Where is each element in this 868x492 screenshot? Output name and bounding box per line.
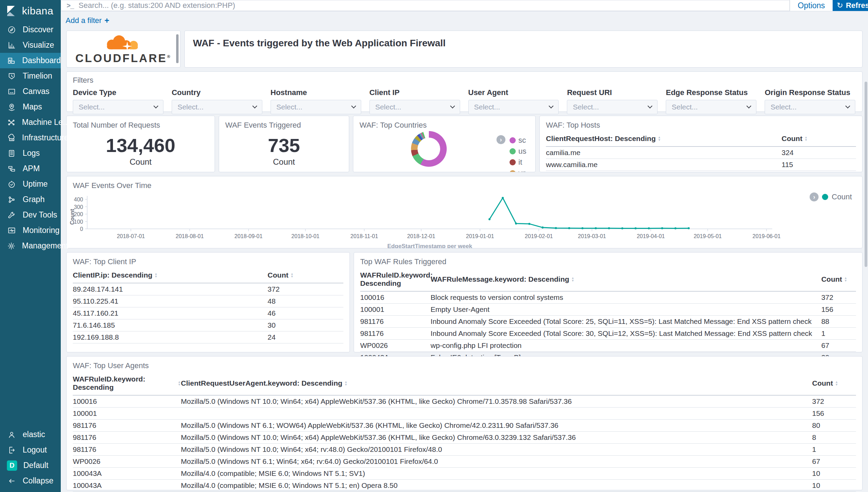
search-input[interactable] <box>79 0 789 11</box>
sidebar-item-management[interactable]: Management <box>0 238 61 254</box>
table-cell: 100016 <box>360 293 431 302</box>
metric-waf-events-panel: WAF Events Triggered 735 Count <box>219 116 349 172</box>
filter-request-uri: Request URISelect... <box>567 88 658 114</box>
page-scrollbar[interactable] <box>865 82 867 267</box>
filter-select-country[interactable]: Select... <box>172 100 262 114</box>
filter-user-agent: User AgentSelect... <box>468 88 559 114</box>
table-cell: 372 <box>812 397 856 406</box>
select-placeholder: Select... <box>375 103 401 111</box>
column-header[interactable]: Count▲▼ <box>267 271 343 279</box>
legend-item-it[interactable]: it <box>510 158 526 167</box>
sidebar-item-logout[interactable]: Logout <box>0 442 61 458</box>
select-placeholder: Select... <box>474 103 500 111</box>
column-header[interactable]: Count▲▼ <box>812 379 856 387</box>
svg-text:200: 200 <box>74 211 83 217</box>
table-cell: Mozilla/4.0 (compatible; MSIE 6.0; Windo… <box>181 481 812 490</box>
filter-select-edge-response-status[interactable]: Select... <box>666 100 756 114</box>
events-over-time-line-chart[interactable]: 01002003004002018-07-012018-08-012018-09… <box>67 176 844 248</box>
chevron-down-icon <box>252 104 257 108</box>
filter-select-origin-response-status[interactable]: Select... <box>765 100 855 114</box>
refresh-button[interactable]: ↻ Refresh <box>833 0 868 11</box>
filter-select-user-agent[interactable]: Select... <box>468 100 559 114</box>
add-filter-button[interactable]: Add a filter + <box>66 16 109 25</box>
column-header[interactable]: WAFRuleMessage.keyword: Descending▲▼ <box>431 275 821 283</box>
apm-icon <box>7 164 16 174</box>
panel-scrollbar[interactable] <box>176 34 179 63</box>
sidebar-item-logs[interactable]: Logs <box>0 145 61 161</box>
table-row: 100001Empty User-Agent156 <box>360 304 856 316</box>
legend-collapse-chevron-icon[interactable]: › <box>496 135 505 144</box>
search-bar[interactable]: >_ <box>61 0 790 11</box>
top-countries-panel: WAF: Top Countries › scusitvn <box>353 116 536 172</box>
column-header[interactable]: WAFRuleID.keyword: Descending▲▼ <box>360 271 431 288</box>
select-placeholder: Select... <box>770 103 797 111</box>
table-cell: 115 <box>781 161 856 169</box>
filter-bar: Add a filter + <box>61 12 868 30</box>
table-cell: 981176 <box>73 445 181 454</box>
legend-item-sc[interactable]: sc <box>510 136 526 145</box>
table-row: 981176Mozilla/5.0 (Windows NT 6.1; WOW64… <box>73 420 856 432</box>
dashboard-title-panel: WAF - Events triggered by the Web Applic… <box>184 31 863 68</box>
sidebar-item-default[interactable]: DDefault <box>0 458 61 473</box>
sidebar-item-graph[interactable]: Graph <box>0 192 61 207</box>
sidebar-item-discover[interactable]: Discover <box>0 22 61 37</box>
table-row: 71.6.146.18530 <box>73 319 343 331</box>
filter-select-device-type[interactable]: Select... <box>73 100 163 114</box>
kibana-logo[interactable]: kibana <box>0 0 61 22</box>
table-cell: 67 <box>812 457 856 466</box>
top-hosts-title: WAF: Top Hosts <box>540 116 862 130</box>
table-cell: 45.117.160.21 <box>73 309 267 317</box>
table-cell: 372 <box>821 293 856 302</box>
table-cell: 324 <box>781 149 856 157</box>
sidebar-item-maps[interactable]: Maps <box>0 99 61 115</box>
legend-item-vn[interactable]: vn <box>510 169 526 172</box>
table-row: WP0026wp-config.php LFI protection67 <box>360 340 856 352</box>
column-header[interactable]: WAFRuleID.keyword: Descending▲▼ <box>73 375 181 391</box>
sidebar-item-apm[interactable]: APM <box>0 161 61 176</box>
filter-select-client-ip[interactable]: Select... <box>369 100 460 114</box>
sidebar-item-canvas[interactable]: Canvas <box>0 84 61 99</box>
sidebar-item-label: APM <box>23 164 40 173</box>
sidebar-item-dev-tools[interactable]: Dev Tools <box>0 207 61 223</box>
sort-icon: ▲▼ <box>344 380 347 386</box>
chevron-down-icon <box>450 104 455 108</box>
top-hosts-panel: WAF: Top Hosts ClientRequestHost: Descen… <box>539 116 863 172</box>
sidebar-item-dashboard[interactable]: Dashboard <box>0 53 61 68</box>
svg-text:2019-02-01: 2019-02-01 <box>525 233 553 239</box>
table-row: www.camilia.me115 <box>546 159 856 171</box>
column-header[interactable]: ClientRequestHost: Descending▲▼ <box>546 134 781 143</box>
chevron-down-icon <box>845 104 850 108</box>
filter-select-hostname[interactable]: Select... <box>271 100 361 114</box>
metric-label: Count <box>67 157 215 167</box>
sidebar-item-uptime[interactable]: Uptime <box>0 176 61 192</box>
sidebar-item-visualize[interactable]: Visualize <box>0 37 61 53</box>
sidebar-item-collapse[interactable]: Collapse <box>0 473 61 489</box>
cloudflare-brand-panel: CLOUDFLARE® <box>66 31 181 68</box>
table-row: 981176Inbound Anomaly Score Exceeded (To… <box>360 316 856 328</box>
sidebar-item-monitoring[interactable]: Monitoring <box>0 223 61 238</box>
sidebar-item-label: Logs <box>23 149 40 158</box>
table-cell: 981176 <box>73 433 181 442</box>
legend-item-us[interactable]: us <box>510 147 526 156</box>
top-waf-rules-table: WAFRuleID.keyword: Descending▲▼WAFRuleMe… <box>360 271 856 364</box>
column-header[interactable]: Count▲▼ <box>821 275 856 283</box>
table-cell: Empty User-Agent <box>431 305 821 314</box>
sidebar-item-machine-le[interactable]: Machine Le... <box>0 115 61 130</box>
filter-select-request-uri[interactable]: Select... <box>567 100 658 114</box>
table-cell: www.camilia.me <box>546 161 781 169</box>
sidebar-item-timelion[interactable]: Timelion <box>0 68 61 84</box>
column-header[interactable]: Count▲▼ <box>781 134 856 143</box>
count-series-label[interactable]: Count <box>832 192 852 201</box>
svg-text:2019-05-01: 2019-05-01 <box>694 233 722 239</box>
table-header-row: ClientRequestHost: Descending▲▼Count▲▼ <box>546 134 856 147</box>
column-header[interactable]: ClientRequestUserAgent.keyword: Descendi… <box>181 379 812 387</box>
options-button[interactable]: Options <box>790 0 833 11</box>
legend-collapse-chevron-icon[interactable]: › <box>810 192 819 201</box>
top-countries-donut-chart[interactable] <box>411 131 447 167</box>
management-icon <box>7 241 16 251</box>
sidebar-item-infrastructure[interactable]: Infrastructure <box>0 130 61 145</box>
cloudflare-brand-text: CLOUDFLARE® <box>75 52 171 65</box>
table-header-row: WAFRuleID.keyword: Descending▲▼ClientReq… <box>73 375 856 396</box>
sidebar-item-elastic[interactable]: elastic <box>0 427 61 442</box>
column-header[interactable]: ClientIP.ip: Descending▲▼ <box>73 271 267 279</box>
